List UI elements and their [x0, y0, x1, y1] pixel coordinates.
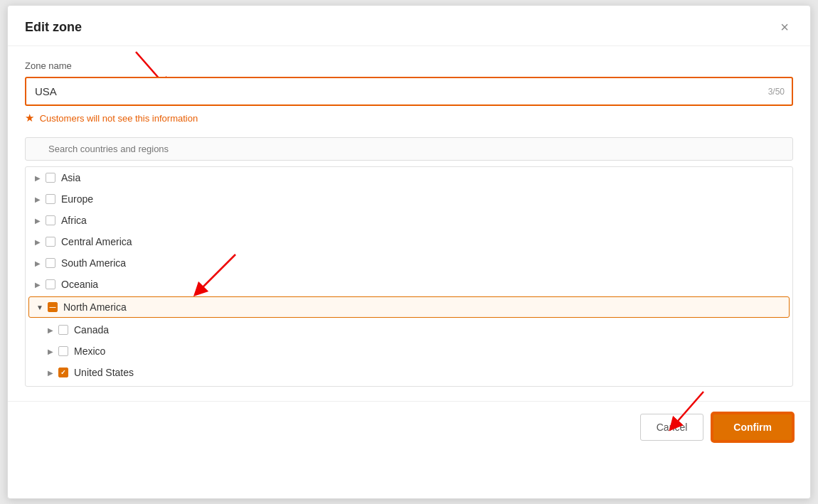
- chevron-canada: ▶: [46, 325, 55, 335]
- search-wrapper: 🔍: [25, 137, 793, 161]
- dialog-footer: Cancel Confirm: [8, 401, 810, 453]
- tree-row-other[interactable]: ▶ Other: [26, 383, 792, 387]
- cancel-button[interactable]: Cancel: [640, 414, 704, 441]
- chevron-south-america: ▶: [33, 258, 43, 268]
- chevron-asia: ▶: [33, 173, 43, 183]
- label-canada: Canada: [74, 324, 109, 336]
- tree-row-oceania[interactable]: ▶ Oceania: [26, 274, 792, 295]
- tree-container[interactable]: ▶ Asia ▶ Europe ▶ Africa ▶ Central Ameri…: [25, 166, 793, 387]
- checkbox-oceania[interactable]: [46, 279, 55, 289]
- chevron-europe: ▶: [33, 194, 43, 204]
- chevron-mexico: ▶: [46, 346, 55, 356]
- label-mexico: Mexico: [74, 345, 105, 357]
- confirm-button[interactable]: Confirm: [712, 413, 793, 441]
- chevron-united-states: ▶: [46, 368, 55, 377]
- chevron-north-america: ▼: [35, 302, 45, 312]
- checkbox-south-america[interactable]: [46, 258, 55, 268]
- tree-row-central-america[interactable]: ▶ Central America: [26, 231, 792, 252]
- tree-row-canada[interactable]: ▶ Canada: [26, 319, 792, 341]
- zone-name-row: 3/50: [25, 77, 793, 106]
- hint-text: ★ Customers will not see this informatio…: [25, 112, 793, 124]
- edit-zone-dialog: Edit zone × Zone name 3/50 ★ Customers w…: [7, 5, 811, 499]
- tree-row-africa[interactable]: ▶ Africa: [26, 210, 792, 231]
- search-input[interactable]: [25, 137, 793, 161]
- hint-message: Customers will not see this information: [40, 113, 198, 124]
- label-asia: Asia: [61, 172, 80, 183]
- checkbox-united-states[interactable]: [58, 368, 68, 377]
- label-north-america: North America: [63, 301, 127, 313]
- zone-name-input[interactable]: [25, 77, 793, 106]
- tree-row-mexico[interactable]: ▶ Mexico: [26, 341, 792, 362]
- chevron-central-america: ▶: [33, 237, 43, 247]
- close-button[interactable]: ×: [776, 18, 793, 36]
- label-south-america: South America: [61, 257, 126, 269]
- checkbox-north-america[interactable]: [48, 302, 58, 312]
- checkbox-europe[interactable]: [46, 194, 55, 204]
- label-oceania: Oceania: [61, 279, 98, 290]
- checkbox-asia[interactable]: [46, 173, 55, 183]
- chevron-africa: ▶: [33, 215, 43, 225]
- checkbox-africa[interactable]: [46, 215, 55, 225]
- checkbox-mexico[interactable]: [58, 346, 68, 356]
- checkbox-canada[interactable]: [58, 325, 68, 335]
- hint-star: ★: [25, 112, 34, 124]
- dialog-header: Edit zone ×: [8, 6, 810, 46]
- checkbox-central-america[interactable]: [46, 237, 55, 247]
- tree-row-north-america[interactable]: ▼ North America: [28, 296, 790, 318]
- label-united-states: United States: [74, 367, 134, 378]
- zone-name-label: Zone name: [25, 60, 793, 71]
- tree-row-asia[interactable]: ▶ Asia: [26, 167, 792, 188]
- chevron-oceania: ▶: [33, 279, 43, 289]
- tree-row-united-states[interactable]: ▶ United States: [26, 362, 792, 383]
- label-central-america: Central America: [61, 236, 132, 247]
- dialog-body: Zone name 3/50 ★ Customers will not see …: [8, 46, 810, 387]
- tree-row-south-america[interactable]: ▶ South America: [26, 252, 792, 274]
- label-africa: Africa: [61, 215, 87, 226]
- dialog-title: Edit zone: [25, 20, 82, 35]
- label-europe: Europe: [61, 193, 93, 205]
- tree-row-europe[interactable]: ▶ Europe: [26, 188, 792, 210]
